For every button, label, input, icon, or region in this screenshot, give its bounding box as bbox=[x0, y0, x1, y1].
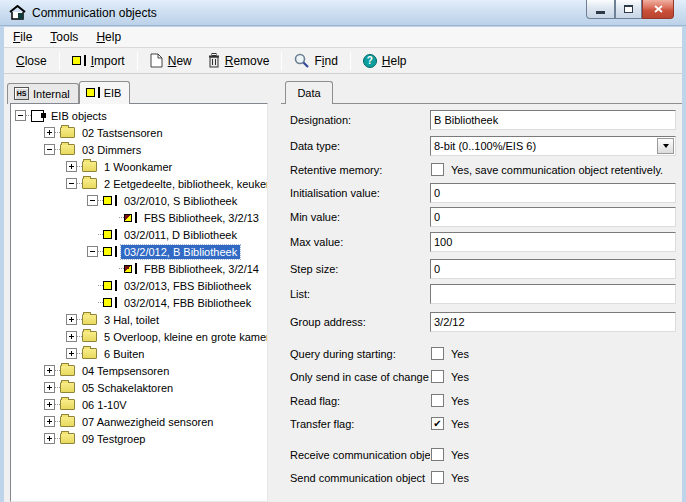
read-flag-checkbox[interactable] bbox=[431, 394, 444, 407]
tree-expander-plus-icon[interactable] bbox=[66, 161, 77, 172]
folder-glyph bbox=[60, 382, 75, 393]
data-type-input[interactable]: 8-bit (0..100%/EIS 6) bbox=[430, 136, 676, 156]
tree-expander-minus-icon[interactable] bbox=[87, 246, 98, 257]
query-during-starting-checkbox[interactable] bbox=[431, 347, 444, 360]
tree-item[interactable]: 02 Tastsensoren bbox=[11, 124, 267, 141]
group-address-label: Group address: bbox=[290, 316, 430, 328]
tree-expander-plus-icon[interactable] bbox=[66, 314, 77, 325]
list-input[interactable] bbox=[430, 284, 676, 304]
tree-item-label: 06 1-10V bbox=[79, 398, 130, 412]
new-button[interactable]: New bbox=[142, 50, 200, 71]
folder-icon bbox=[60, 127, 75, 138]
tree-item[interactable]: 09 Testgroep bbox=[11, 430, 267, 447]
max-value-input[interactable]: 100 bbox=[430, 232, 676, 252]
tree-item[interactable]: 6 Buiten bbox=[11, 345, 267, 362]
import-button[interactable]: Import bbox=[64, 51, 133, 71]
tab-eib-label: EIB bbox=[104, 87, 122, 99]
data-type-dropdown-button[interactable] bbox=[657, 138, 674, 154]
close-window-button[interactable] bbox=[642, 0, 674, 19]
folder-icon bbox=[60, 144, 75, 155]
commobj-icon bbox=[103, 297, 117, 308]
remove-button[interactable]: Remove bbox=[200, 50, 278, 71]
tree-expander-plus-icon[interactable] bbox=[66, 331, 77, 342]
folder-icon bbox=[60, 382, 75, 393]
step-size-input[interactable]: 0 bbox=[430, 259, 676, 279]
menu-help[interactable]: Help bbox=[87, 28, 130, 46]
trash-icon bbox=[208, 53, 220, 68]
chevron-down-icon bbox=[663, 144, 669, 148]
menu-file[interactable]: File bbox=[4, 28, 41, 46]
tree-item[interactable]: 03/2/012, B Bibliotheek bbox=[11, 243, 267, 260]
retentive-memory-label: Retentive memory: bbox=[290, 164, 430, 176]
tree-expander-plus-icon[interactable] bbox=[44, 399, 55, 410]
read-flag-label: Read flag: bbox=[290, 395, 430, 407]
tree-expander-minus-icon[interactable] bbox=[87, 195, 98, 206]
folder-icon bbox=[82, 314, 97, 325]
group-address-input[interactable]: 3/2/12 bbox=[430, 312, 676, 332]
tree-expander-plus-icon[interactable] bbox=[44, 433, 55, 444]
tree-item[interactable]: 07 Aanwezigheid sensoren bbox=[11, 413, 267, 430]
tree-expander-plus-icon[interactable] bbox=[44, 365, 55, 376]
toolbar: CloseImportNewRemoveFind?Help bbox=[4, 48, 682, 74]
tree-expander-plus-icon[interactable] bbox=[44, 416, 55, 427]
tab-eib[interactable]: EIB bbox=[79, 81, 131, 104]
window-title: Communication objects bbox=[32, 6, 157, 20]
list-row: List: bbox=[285, 284, 678, 306]
tree-expander-minus-icon[interactable] bbox=[44, 144, 55, 155]
close-button[interactable]: Close bbox=[8, 51, 55, 71]
tree-item-label: 5 Overloop, kleine en grote kamer, bad bbox=[101, 330, 268, 344]
tree-item-label: 04 Tempsensoren bbox=[79, 364, 172, 378]
tree-item[interactable]: 03/2/014, FBB Bibliotheek bbox=[11, 294, 267, 311]
only-send-on-change-checkbox[interactable] bbox=[431, 370, 444, 383]
tree-expander-plus-icon[interactable] bbox=[44, 127, 55, 138]
initialisation-value-input[interactable]: 0 bbox=[430, 183, 676, 203]
tree-item[interactable]: 05 Schakelaktoren bbox=[11, 379, 267, 396]
help-button[interactable]: ?Help bbox=[355, 51, 415, 71]
tab-internal[interactable]: HS Internal bbox=[7, 83, 79, 104]
import-button-label: Import bbox=[91, 54, 125, 68]
minimize-button[interactable] bbox=[586, 0, 615, 19]
tree-item[interactable]: 06 1-10V bbox=[11, 396, 267, 413]
tree-item[interactable]: 04 Tempsensoren bbox=[11, 362, 267, 379]
tree-item[interactable]: 03 Dimmers bbox=[11, 141, 267, 158]
folder-glyph bbox=[60, 399, 75, 410]
tree-expander-plus-icon[interactable] bbox=[44, 382, 55, 393]
tree-item[interactable]: FBS Bibliotheek, 3/2/13 bbox=[11, 209, 267, 226]
find-magnifier-icon bbox=[294, 53, 309, 68]
tree-item[interactable]: 1 Woonkamer bbox=[11, 158, 267, 175]
tree-item[interactable]: 2 Eetgedeelte, bibliotheek, keuken bbox=[11, 175, 267, 192]
tree-item[interactable]: FBB Bibliotheek, 3/2/14 bbox=[11, 260, 267, 277]
tree-item-label: 3 Hal, toilet bbox=[101, 313, 162, 327]
tree-expander-minus-icon[interactable] bbox=[66, 178, 77, 189]
tree-item[interactable]: 03/2/013, FBS Bibliotheek bbox=[11, 277, 267, 294]
receive-comm-object-row: Receive communication objeYes bbox=[285, 445, 678, 467]
query-during-starting-label: Query during starting: bbox=[290, 348, 430, 360]
send-comm-object-checkbox[interactable] bbox=[431, 471, 444, 484]
tab-data[interactable]: Data bbox=[285, 81, 333, 104]
receive-comm-object-checkbox[interactable] bbox=[431, 448, 444, 461]
tree-expander-minus-icon[interactable] bbox=[15, 110, 26, 121]
min-value-input[interactable]: 0 bbox=[430, 207, 676, 227]
tree-item[interactable]: EIB objects bbox=[11, 107, 267, 124]
max-value-value: 100 bbox=[434, 236, 452, 248]
tree-item[interactable]: 03/2/011, D Bibliotheek bbox=[11, 226, 267, 243]
tab-data-label: Data bbox=[297, 87, 320, 99]
maximize-button[interactable] bbox=[615, 0, 642, 19]
transfer-flag-checkbox[interactable]: ✔ bbox=[431, 417, 444, 430]
menu-tools[interactable]: Tools bbox=[41, 28, 87, 46]
tree-item[interactable]: 3 Hal, toilet bbox=[11, 311, 267, 328]
designation-input[interactable]: B Bibliotheek bbox=[430, 110, 676, 130]
commobj-icon bbox=[103, 195, 117, 206]
retentive-memory-checkbox[interactable] bbox=[431, 163, 444, 176]
tree-item-label: 09 Testgroep bbox=[79, 432, 148, 446]
help-icon: ? bbox=[363, 54, 377, 68]
find-button[interactable]: Find bbox=[286, 50, 345, 71]
tree-item[interactable]: 5 Overloop, kleine en grote kamer, bad bbox=[11, 328, 267, 345]
tree-expander-plus-icon[interactable] bbox=[66, 348, 77, 359]
close-button-label: Close bbox=[16, 54, 47, 68]
close-icon bbox=[654, 5, 663, 13]
folder-icon bbox=[60, 365, 75, 376]
tree-item[interactable]: 03/2/010, S Bibliotheek bbox=[11, 192, 267, 209]
min-value-value: 0 bbox=[434, 211, 440, 223]
commobj-icon bbox=[103, 229, 117, 240]
